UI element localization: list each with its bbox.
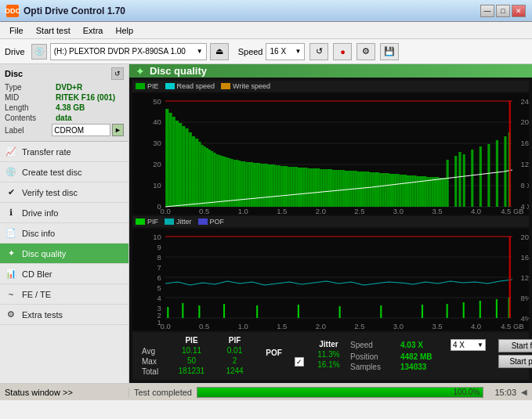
- sidebar-item-transfer-rate[interactable]: 📈 Transfer rate: [0, 142, 128, 162]
- sidebar-item-cd-bler[interactable]: 📊 CD Bler: [0, 264, 128, 284]
- svg-rect-72: [335, 170, 337, 207]
- cd-bler-icon: 📊: [5, 268, 17, 280]
- menu-start-test[interactable]: Start test: [30, 24, 77, 37]
- sidebar-item-verify-test-disc[interactable]: ✔ Verify test disc: [0, 182, 128, 203]
- svg-rect-8: [168, 113, 172, 207]
- total-label: Total: [139, 367, 170, 377]
- read-speed-legend-color: [165, 83, 175, 89]
- svg-rect-166: [463, 302, 465, 318]
- menu-help[interactable]: Help: [109, 24, 139, 37]
- svg-rect-19: [204, 146, 206, 207]
- toolbar-btn-4[interactable]: 💾: [380, 43, 399, 60]
- jitter-header: Jitter: [307, 339, 350, 349]
- drive-label: Drive: [5, 47, 25, 56]
- avg-label: Avg: [139, 346, 170, 356]
- speed-value: 16 X: [270, 47, 286, 56]
- type-label: Type: [5, 83, 56, 92]
- svg-rect-23: [213, 153, 215, 207]
- sidebar-item-extra-tests[interactable]: ⚙ Extra tests: [0, 305, 128, 325]
- status-right: Test completed 100.0% 15:03 ◀: [129, 387, 532, 398]
- jitter-checkbox[interactable]: ✓: [295, 357, 304, 367]
- minimize-button[interactable]: —: [480, 5, 494, 17]
- position-row: Position 4482 MB: [350, 352, 486, 361]
- svg-text:30: 30: [153, 139, 161, 147]
- window-title: Opti Drive Control 1.70: [24, 5, 125, 16]
- refresh-button[interactable]: ↺: [309, 43, 328, 60]
- svg-rect-124: [439, 178, 441, 207]
- svg-rect-21: [208, 150, 211, 207]
- sidebar-item-fe-te[interactable]: ~ FE / TE: [0, 284, 128, 305]
- svg-rect-41: [258, 163, 260, 207]
- svg-rect-26: [221, 156, 223, 207]
- svg-text:20 X: 20 X: [520, 118, 529, 126]
- toolbar-btn-3[interactable]: ⚙: [356, 43, 375, 60]
- svg-rect-84: [364, 172, 367, 207]
- svg-rect-87: [372, 172, 375, 207]
- stats-table: Avg Max Total PIE 10.11 50 181231 PIF 0.…: [132, 332, 529, 380]
- svg-rect-38: [251, 162, 253, 207]
- svg-rect-105: [480, 146, 482, 207]
- drive-icon: 💿: [31, 44, 47, 60]
- speed-dropdown-arrow: ▼: [295, 48, 302, 55]
- pif-max: 2: [213, 356, 256, 366]
- svg-rect-81: [357, 172, 360, 207]
- legend-pif: PIF: [136, 218, 158, 226]
- start-full-button[interactable]: Start full: [498, 339, 532, 352]
- label-input[interactable]: CDROM: [52, 124, 110, 136]
- pie-total: 181231: [170, 366, 213, 376]
- speed-row: Speed 4.03 X 4 X ▼: [350, 339, 486, 351]
- disc-refresh-button[interactable]: ↺: [111, 67, 124, 80]
- menu-extra[interactable]: Extra: [77, 24, 110, 37]
- svg-rect-10: [176, 121, 179, 207]
- pie-legend-color: [136, 83, 145, 89]
- svg-rect-45: [268, 164, 270, 207]
- svg-rect-165: [447, 304, 448, 318]
- svg-text:4.0: 4.0: [471, 208, 481, 215]
- svg-rect-101: [454, 156, 457, 207]
- svg-rect-60: [305, 168, 307, 207]
- svg-rect-156: [167, 307, 168, 318]
- sidebar-item-disc-quality[interactable]: ✦ Disc quality: [0, 244, 128, 264]
- svg-rect-50: [280, 166, 283, 207]
- jitter-avg: 11.3%: [307, 349, 350, 359]
- drive-dropdown[interactable]: (H:) PLEXTOR DVDR PX-890SA 1.00 ▼: [50, 43, 207, 60]
- progress-bar: 100.0%: [197, 387, 483, 398]
- content-header: ✦ Disc quality: [129, 64, 532, 78]
- status-window-button[interactable]: Status window >>: [0, 388, 129, 397]
- sidebar-item-disc-info[interactable]: 📄 Disc info: [0, 223, 128, 244]
- disc-panel-title: Disc: [5, 69, 23, 78]
- svg-rect-43: [263, 164, 266, 207]
- status-time: 15:03: [494, 388, 516, 397]
- maximize-button[interactable]: □: [496, 5, 510, 17]
- svg-rect-162: [339, 306, 341, 318]
- start-part-button[interactable]: Start part: [498, 355, 532, 368]
- svg-text:3.0: 3.0: [393, 208, 404, 215]
- legend-write-speed: Write speed: [221, 82, 270, 90]
- svg-text:4.5 GB: 4.5 GB: [501, 323, 523, 331]
- write-speed-legend-color: [221, 83, 230, 89]
- label-go-button[interactable]: ►: [112, 124, 124, 136]
- sidebar-item-create-test-disc[interactable]: 💿 Create test disc: [0, 162, 128, 182]
- legend-jitter: Jitter: [165, 218, 192, 226]
- svg-rect-55: [293, 167, 295, 207]
- pif-total: 1244: [213, 366, 256, 376]
- svg-rect-49: [278, 165, 280, 207]
- speed-select[interactable]: 4 X ▼: [451, 339, 486, 351]
- svg-rect-46: [270, 164, 273, 207]
- progress-bar-fill: [197, 388, 483, 397]
- svg-rect-160: [256, 305, 258, 318]
- svg-rect-99: [402, 175, 404, 207]
- menu-file[interactable]: File: [3, 24, 30, 37]
- toolbar-btn-2[interactable]: ●: [333, 43, 352, 60]
- close-button[interactable]: ✕: [512, 5, 526, 17]
- eject-button[interactable]: ⏏: [210, 43, 229, 60]
- sidebar-item-drive-info[interactable]: ℹ Drive info: [0, 203, 128, 223]
- svg-rect-36: [245, 162, 248, 207]
- svg-rect-88: [375, 172, 377, 207]
- speed-dropdown[interactable]: 16 X ▼: [266, 43, 305, 60]
- svg-rect-89: [377, 172, 379, 207]
- svg-rect-58: [300, 168, 302, 207]
- svg-rect-119: [426, 177, 429, 207]
- svg-rect-164: [422, 305, 423, 318]
- svg-text:16%: 16%: [520, 254, 529, 262]
